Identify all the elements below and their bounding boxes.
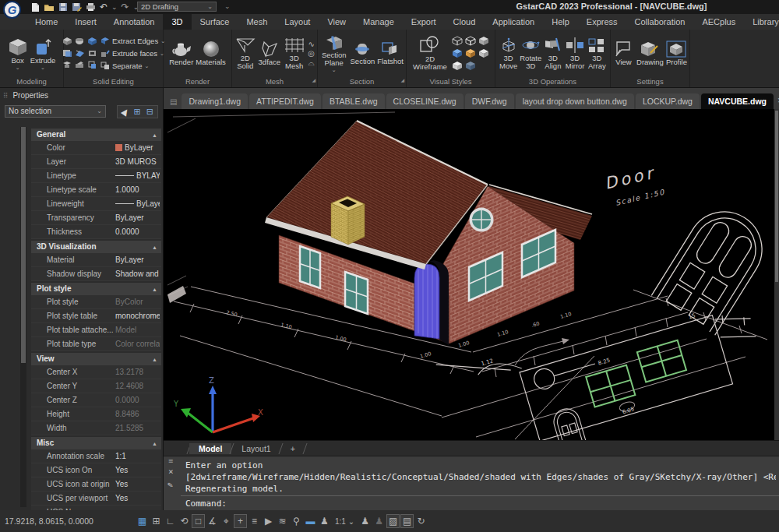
extrude-button[interactable]: Extrude ⌄ [30, 37, 56, 69]
section-plane-button[interactable]: Section Plane ⌄ [320, 35, 348, 72]
quick-view-icon[interactable]: ▤ [400, 514, 414, 528]
tab-library[interactable]: Library [744, 14, 779, 30]
prop-lineweight[interactable]: LineweightByLayer [31, 197, 161, 211]
dialog-launcher-icon[interactable]: ◢ [312, 76, 315, 86]
undo-icon[interactable]: ↶ [100, 2, 108, 12]
annotation-scale-button[interactable]: 1:1 ⌄ [332, 514, 358, 528]
print-icon[interactable] [86, 2, 96, 12]
shaded-gray-style-icon[interactable] [478, 36, 489, 46]
dynamic-ucs-icon[interactable]: ▬ [304, 514, 317, 528]
doc-tab-dwf[interactable]: DWF.dwg [465, 93, 514, 109]
tab-aecplus[interactable]: AECplus [693, 14, 744, 30]
drawing-button[interactable]: Drawing [636, 41, 664, 66]
annotation-monitor-icon[interactable]: ♟ [372, 514, 386, 528]
open-file-icon[interactable] [44, 2, 55, 12]
prop-layer[interactable]: Layer3D MUROS [31, 155, 161, 169]
prop-center-z[interactable]: Center Z0.0000 [31, 393, 161, 407]
prop-material[interactable]: MaterialByLayer [31, 253, 161, 267]
snap-toggle-icon[interactable]: ⊞ [150, 514, 163, 528]
sketchy-style-icon[interactable] [452, 61, 463, 71]
house-model[interactable] [265, 121, 592, 345]
doc-tab-navcube[interactable]: NAVCUBE.dwg [701, 93, 774, 109]
shades-style-icon[interactable] [478, 48, 489, 58]
realistic-style-icon[interactable] [452, 48, 463, 58]
tab-help[interactable]: Help [543, 14, 578, 30]
section-button[interactable]: Section [351, 41, 375, 65]
model-tab[interactable]: Model [189, 443, 231, 454]
command-edit-icon[interactable]: ✎ [167, 480, 174, 491]
collapse-icon[interactable]: ▲ [152, 130, 157, 141]
layout1-tab[interactable]: Layout1 [232, 443, 280, 454]
doc-tab-layout-drop-down[interactable]: layout drop down button.dwg [516, 93, 634, 109]
tab-view[interactable]: View [319, 14, 354, 30]
clean-icon[interactable] [62, 60, 72, 69]
hidden-style-icon[interactable] [465, 36, 476, 46]
box-button[interactable]: Box ⌄ [8, 37, 28, 69]
tab-layout[interactable]: Layout [276, 14, 319, 30]
imprint-icon[interactable] [87, 60, 97, 69]
prop-center-y[interactable]: Center Y12.4608 [31, 379, 161, 393]
3d-mirror-button[interactable]: 3D Mirror [565, 37, 586, 70]
dither-icon[interactable]: ▨ [386, 514, 400, 528]
materials-button[interactable]: Materials [196, 41, 226, 66]
profile-button[interactable]: Profile [666, 41, 687, 66]
3d-array-button[interactable]: 3D Array [587, 37, 608, 70]
3d-mesh-button[interactable]: 3D Mesh [283, 37, 305, 70]
wireframe-style-icon[interactable] [452, 36, 463, 46]
tab-manage[interactable]: Manage [354, 14, 403, 30]
tab-collaboration[interactable]: Collaboration [626, 14, 694, 30]
prop-color[interactable]: ColorByLayer [31, 141, 161, 155]
doc-tab-drawing1[interactable]: Drawing1.dwg [182, 93, 248, 109]
drawing-viewport[interactable]: 2.50 1.10 1.00 1.00 1.00 1.10 .60 1.10 [164, 109, 779, 440]
tab-mesh[interactable]: Mesh [238, 14, 276, 30]
prop-ucs-icon-origin[interactable]: UCS icon at originYes [31, 477, 161, 491]
new-file-icon[interactable] [31, 2, 40, 12]
section-misc[interactable]: Misc▲ [31, 437, 161, 449]
selection-cycling-icon[interactable]: ≋ [276, 514, 289, 528]
prop-plot-style[interactable]: Plot styleByColor [31, 295, 161, 309]
ortho-toggle-icon[interactable]: ∟ [164, 514, 177, 528]
clean-screen-icon[interactable]: ↻ [414, 514, 428, 528]
thicken-icon[interactable] [75, 48, 85, 58]
chevron-down-icon[interactable]: ⌄ [16, 65, 20, 69]
add-layout-tab[interactable]: + [281, 443, 305, 454]
collapse-icon[interactable]: ▲ [152, 354, 157, 365]
tab-home[interactable]: Home [26, 14, 66, 30]
prop-annotation-scale[interactable]: Annotation scale1:1 [31, 449, 161, 463]
workspace-select[interactable]: 2D Drafting ⌄ [137, 2, 217, 12]
prop-linetype-scale[interactable]: Linetype scale1.0000 [31, 183, 161, 197]
chevron-down-icon[interactable]: ⌄ [332, 68, 337, 72]
3d-align-button[interactable]: 3D Align [542, 37, 563, 70]
separate-button[interactable]: Separate ⌄ [100, 60, 165, 72]
command-grip-icon[interactable]: ≡ [168, 456, 173, 465]
prop-width[interactable]: Width21.5285 [31, 421, 161, 435]
chevron-down-icon[interactable]: ⌄ [145, 64, 150, 68]
section-plot-style[interactable]: Plot style▲ [31, 283, 161, 295]
dynamic-input-icon[interactable]: + [234, 514, 247, 528]
zoom-icon[interactable]: ⚲ [290, 514, 303, 528]
subtract-icon[interactable] [75, 37, 85, 46]
toolbar-customize-icon[interactable]: ⌄ [224, 2, 231, 10]
3d-move-button[interactable]: 3D Move [498, 37, 519, 70]
doc-tab-btable[interactable]: BTABLE.dwg [323, 93, 385, 109]
section-3d-visualization[interactable]: 3D Visualization▲ [31, 241, 161, 253]
union-icon[interactable] [62, 37, 72, 46]
tab-annotation[interactable]: Annotation [105, 14, 164, 30]
doc-tab-lockup[interactable]: LOCKUP.dwg [636, 93, 700, 109]
rotate-3d-button[interactable]: Rotate 3D [520, 37, 541, 70]
revsurf-icon[interactable]: ∿ [308, 40, 314, 48]
save-as-icon[interactable] [72, 2, 82, 12]
collapse-icon[interactable]: ▲ [152, 439, 157, 449]
tab-cloud[interactable]: Cloud [445, 14, 485, 30]
undo-dropdown-icon[interactable]: ⌄ [111, 2, 118, 12]
prop-height[interactable]: Height8.8486 [31, 407, 161, 421]
properties-scrollbar[interactable] [20, 127, 26, 507]
object-snap-icon[interactable]: □ [192, 514, 205, 528]
command-input[interactable]: Command: [181, 495, 779, 509]
select-objects-icon[interactable]: ▶ [119, 106, 132, 117]
panel-grip-icon[interactable]: ⠿ [3, 92, 9, 100]
extrude-faces-button[interactable]: Extrude faces ⌄ [100, 48, 165, 59]
app-logo-icon[interactable]: G [3, 1, 21, 19]
prop-center-x[interactable]: Center X13.2178 [31, 365, 161, 379]
collapse-icon[interactable]: ▲ [152, 242, 157, 253]
